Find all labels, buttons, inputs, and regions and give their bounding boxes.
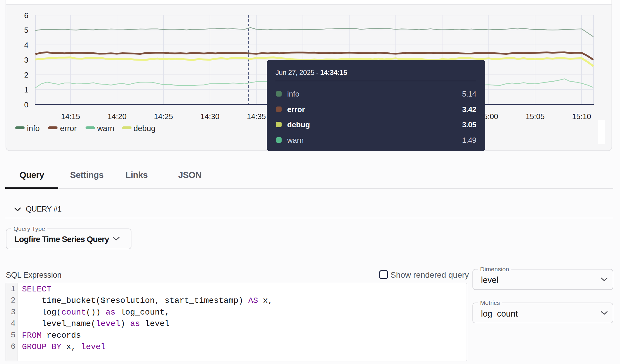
- svg-text:info: info: [27, 124, 40, 133]
- svg-text:0: 0: [24, 100, 28, 109]
- svg-text:15:05: 15:05: [525, 112, 544, 121]
- svg-text:14:20: 14:20: [107, 112, 126, 121]
- svg-text:debug: debug: [133, 124, 155, 133]
- svg-text:error: error: [60, 124, 77, 133]
- svg-text:15:10: 15:10: [572, 112, 591, 121]
- svg-text:1: 1: [24, 85, 28, 94]
- svg-text:warn: warn: [97, 124, 114, 133]
- svg-text:4: 4: [24, 41, 28, 49]
- svg-text:14:30: 14:30: [201, 112, 220, 121]
- svg-text:3: 3: [24, 56, 28, 64]
- svg-text:2: 2: [24, 71, 28, 79]
- svg-text:14:35: 14:35: [247, 112, 266, 121]
- svg-text:14:15: 14:15: [61, 112, 80, 121]
- svg-text:6: 6: [24, 11, 28, 20]
- svg-text:14:25: 14:25: [154, 112, 173, 121]
- svg-text:5: 5: [24, 26, 28, 35]
